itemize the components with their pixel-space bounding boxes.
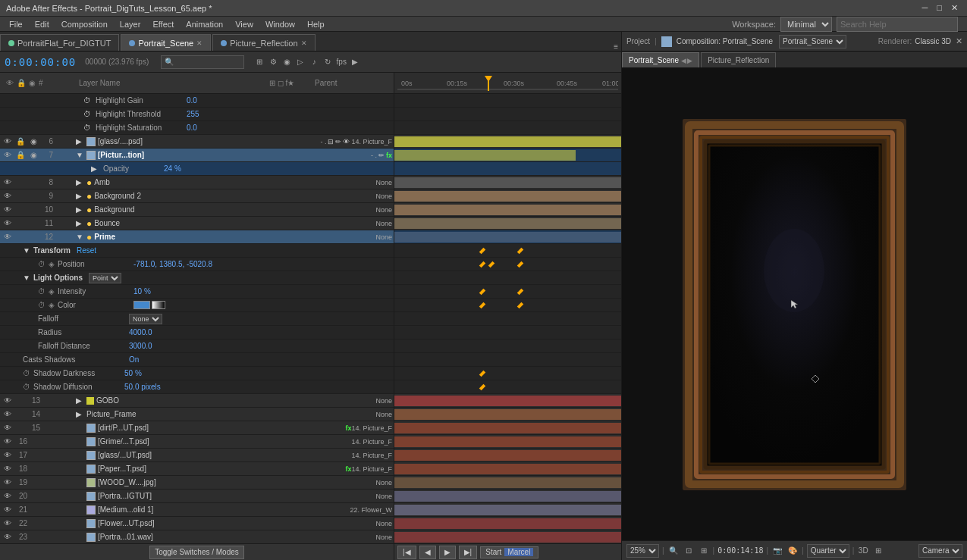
play-btn[interactable]: ▶ bbox=[439, 546, 456, 559]
tab-portrait-scene[interactable]: Portrait_Scene ✕ bbox=[121, 34, 211, 51]
expand-btn[interactable]: ▶ bbox=[76, 219, 86, 227]
lock-toggle[interactable] bbox=[14, 395, 27, 407]
menu-composition[interactable]: Composition bbox=[55, 17, 114, 31]
keyframe-color[interactable]: ◈ bbox=[49, 301, 55, 309]
comp-tab-scene[interactable]: Portrait_Scene ◀ ▶ bbox=[622, 52, 699, 67]
falloff-select[interactable]: None bbox=[129, 314, 162, 324]
preview-viewport[interactable] bbox=[622, 68, 967, 540]
layer-row[interactable]: 👁 10 ▶ ● Background None bbox=[0, 203, 394, 217]
layer-row[interactable]: 👁 19 [WOOD_W....jpg] None bbox=[0, 476, 394, 490]
highlight-saturation-value[interactable]: 0.0 bbox=[187, 124, 197, 132]
lock-toggle[interactable]: 🔒 bbox=[14, 149, 27, 161]
fps-btn[interactable]: fps bbox=[335, 56, 347, 68]
reset-btn[interactable]: Reset bbox=[77, 246, 96, 255]
maximize-btn[interactable]: □ bbox=[934, 3, 945, 13]
highlight-gain-value[interactable]: 0.0 bbox=[187, 96, 197, 105]
lock-toggle[interactable] bbox=[14, 190, 27, 202]
lock-toggle[interactable] bbox=[14, 231, 27, 243]
minimize-btn[interactable]: ─ bbox=[919, 3, 931, 13]
eye-toggle[interactable]: 👁 bbox=[2, 204, 14, 216]
3d-view-btn[interactable]: 3D bbox=[857, 545, 869, 557]
motion-blur[interactable]: ⊟ bbox=[328, 138, 334, 145]
eye-toggle[interactable]: 👁 bbox=[2, 395, 14, 407]
eye-toggle[interactable]: 👁 bbox=[2, 490, 14, 502]
expand-btn[interactable]: ▶ bbox=[91, 164, 103, 173]
comp-settings-btn[interactable]: ⚙ bbox=[267, 56, 279, 68]
eye-toggle[interactable]: 👁 bbox=[2, 531, 14, 543]
workspace-selector[interactable]: Minimal bbox=[780, 17, 832, 32]
solo-toggle[interactable] bbox=[27, 231, 39, 243]
toggle-switches-modes-btn[interactable]: Toggle Switches / Modes bbox=[149, 546, 244, 559]
eye-toggle[interactable]: 👁 bbox=[2, 504, 14, 516]
comp-tab-scene-arrow[interactable]: ▶ bbox=[687, 57, 692, 64]
eye-toggle[interactable]: 👁 bbox=[2, 518, 14, 530]
solo-mode-btn[interactable]: ◉ bbox=[281, 56, 293, 68]
solo-toggle[interactable] bbox=[27, 177, 39, 189]
snapshot-btn[interactable]: 📷 bbox=[771, 545, 783, 557]
eye-toggle[interactable]: 👁 bbox=[2, 463, 14, 475]
menu-window[interactable]: Window bbox=[259, 17, 301, 31]
shy[interactable]: 👁 bbox=[343, 138, 350, 145]
layer-row[interactable]: 👁 15 [dirt/P...UT.psd] fx 14. Picture_F bbox=[0, 421, 394, 435]
layer-search-input[interactable] bbox=[161, 55, 244, 69]
layer-row[interactable]: 👁 18 [Paper...T.psd] fx 14. Picture_F bbox=[0, 462, 394, 476]
intensity-value[interactable]: 10 % bbox=[133, 287, 151, 296]
lock-toggle[interactable] bbox=[14, 177, 27, 189]
eye-toggle[interactable]: 👁 bbox=[2, 217, 14, 230]
quality-selector[interactable]: Quarter bbox=[807, 544, 849, 558]
expand-btn[interactable]: ▶ bbox=[76, 205, 86, 214]
loop-btn[interactable]: ↻ bbox=[322, 56, 334, 68]
expand-btn[interactable]: ▶ bbox=[76, 178, 86, 186]
close-btn[interactable]: ✕ bbox=[948, 3, 961, 13]
search-help-input[interactable] bbox=[837, 17, 958, 32]
layer-row[interactable]: 👁 9 ▶ ● Background 2 None bbox=[0, 189, 394, 203]
highlight-threshold-value[interactable]: 255 bbox=[187, 110, 199, 118]
tab-picture-reflection[interactable]: Picture_Reflection ✕ bbox=[212, 34, 315, 51]
solo-toggle[interactable] bbox=[27, 204, 39, 216]
tab-close-btn[interactable]: ✕ bbox=[196, 39, 203, 47]
preview-btn[interactable]: ▶ bbox=[349, 56, 361, 68]
layer-row[interactable]: 👁 21 [Medium...olid 1] 22. Flower_W bbox=[0, 503, 394, 517]
expand-btn[interactable]: ▶ bbox=[76, 410, 86, 418]
solo-toggle[interactable]: ◉ bbox=[27, 136, 39, 148]
position-value[interactable]: -781.0, 1380.5, -5020.8 bbox=[133, 260, 212, 268]
eye-toggle[interactable]: 👁 bbox=[2, 231, 14, 243]
layer-row[interactable]: 👁 🔒 ◉ 7 ▼ [Pictur...tion] - . ✏ fx bbox=[0, 149, 394, 162]
current-timecode[interactable]: 0:00:00:00 bbox=[5, 56, 76, 68]
layer-row[interactable]: 👁 11 ▶ ● Bounce None bbox=[0, 217, 394, 230]
zoom-selector[interactable]: 25% bbox=[626, 544, 659, 558]
zoom-in-btn[interactable]: ⊞ bbox=[698, 545, 710, 557]
keyframe-intensity[interactable]: ◈ bbox=[49, 287, 55, 296]
color-gradient-swatch[interactable] bbox=[152, 301, 165, 309]
next-frame-btn[interactable]: ▶| bbox=[459, 546, 478, 559]
light-type-select[interactable]: Point bbox=[89, 273, 121, 283]
audio-btn[interactable]: ♪ bbox=[308, 56, 320, 68]
layer-row[interactable]: 👁 23 [Portra...01.wav] None bbox=[0, 530, 394, 543]
eye-toggle[interactable]: 👁 bbox=[2, 177, 14, 189]
expand-btn[interactable]: ▼ bbox=[76, 151, 86, 159]
shadow-darkness-value[interactable]: 50 % bbox=[124, 369, 142, 377]
panel-menu-btn[interactable]: ≡ bbox=[614, 42, 618, 51]
comp-markers-btn[interactable]: ⊞ bbox=[253, 56, 265, 68]
view-options-btn[interactable]: ⊞ bbox=[872, 545, 884, 557]
solo-toggle[interactable]: ◉ bbox=[27, 149, 39, 161]
pencil[interactable]: ✏ bbox=[378, 152, 385, 159]
lock-toggle[interactable] bbox=[14, 422, 27, 434]
comp-tab-scene-close[interactable]: ◀ bbox=[681, 57, 686, 64]
prev-frame-btn[interactable]: ◀ bbox=[419, 546, 436, 559]
go-to-start-btn[interactable]: |◀ bbox=[397, 546, 416, 559]
stopwatch-intensity[interactable]: ⏱ bbox=[38, 287, 46, 296]
tab-portraitflat[interactable]: PortraitFlat_For_DIGTUT bbox=[0, 34, 119, 51]
stopwatch-shadow[interactable]: ⏱ bbox=[23, 369, 30, 377]
lock-toggle[interactable] bbox=[14, 408, 27, 421]
show-channel-btn[interactable]: 🎨 bbox=[786, 545, 799, 557]
layer-row[interactable]: 👁 14 ▶ Picture_Frame None bbox=[0, 408, 394, 421]
eye-toggle[interactable]: 👁 bbox=[2, 436, 14, 448]
eye-toggle[interactable]: 👁 bbox=[2, 477, 14, 489]
comp-tab-reflection[interactable]: Picture_Reflection bbox=[701, 52, 776, 67]
zoom-out-btn[interactable]: 🔍 bbox=[667, 545, 680, 557]
eye-toggle[interactable]: 👁 bbox=[2, 136, 14, 148]
casts-shadows-value[interactable]: On bbox=[129, 355, 139, 364]
layer-row[interactable]: 👁 17 [glass/...UT.psd] 14. Picture_F bbox=[0, 449, 394, 462]
preview-timecode[interactable]: 0:00:14:18 bbox=[717, 546, 763, 555]
